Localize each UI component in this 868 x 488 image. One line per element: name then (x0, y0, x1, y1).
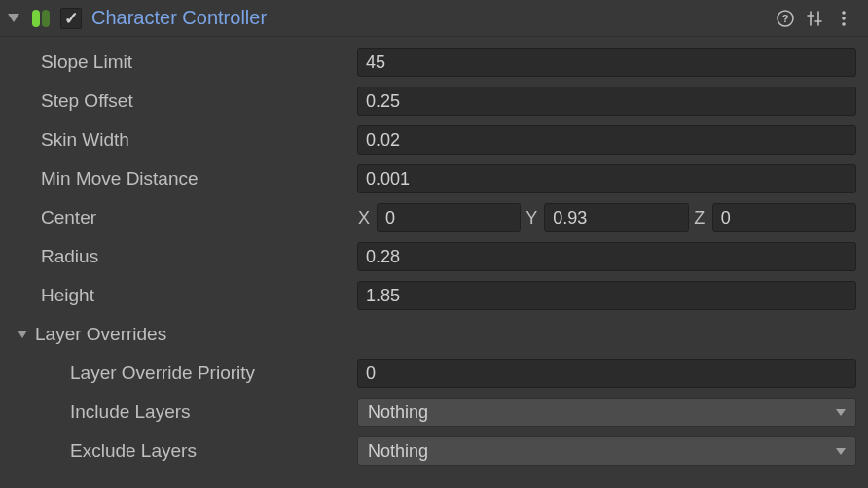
character-controller-icon (29, 7, 53, 30)
center-z-label: Z (693, 208, 706, 228)
center-x-input[interactable]: 0 (377, 203, 521, 232)
layer-overrides-foldout[interactable]: Layer Overrides (0, 315, 856, 354)
step-offset-row: Step Offset 0.25 (0, 82, 856, 121)
layer-override-priority-label: Layer Override Priority (70, 363, 357, 384)
exclude-layers-dropdown[interactable]: Nothing (357, 436, 856, 466)
exclude-layers-value: Nothing (368, 441, 428, 462)
component-header: Character Controller ? (0, 0, 868, 37)
center-x-label: X (357, 208, 371, 228)
height-label: Height (41, 285, 357, 306)
include-layers-label: Include Layers (70, 401, 357, 423)
layer-overrides-label: Layer Overrides (35, 324, 166, 345)
center-label: Center (41, 207, 357, 228)
layer-override-priority-input[interactable]: 0 (357, 359, 856, 388)
center-y-input[interactable]: 0.93 (544, 203, 688, 232)
foldout-arrow-icon (18, 331, 27, 338)
svg-point-10 (842, 22, 846, 26)
skin-width-row: Skin Width 0.02 (0, 121, 856, 159)
exclude-layers-row: Exclude Layers Nothing (0, 432, 856, 471)
chevron-down-icon (836, 409, 846, 416)
min-move-distance-row: Min Move Distance 0.001 (0, 159, 856, 198)
min-move-distance-label: Min Move Distance (41, 168, 357, 190)
svg-rect-0 (32, 10, 40, 27)
component-foldout-icon[interactable] (8, 14, 19, 22)
svg-rect-1 (42, 10, 50, 27)
slope-limit-label: Slope Limit (41, 52, 357, 73)
slope-limit-row: Slope Limit 45 (0, 43, 856, 82)
component-title: Character Controller (91, 7, 769, 29)
center-y-label: Y (524, 208, 538, 228)
svg-point-9 (842, 17, 846, 20)
component-fields: Slope Limit 45 Step Offset 0.25 Skin Wid… (0, 37, 868, 476)
chevron-down-icon (836, 448, 846, 455)
radius-row: Radius 0.28 (0, 237, 856, 276)
radius-input[interactable]: 0.28 (357, 242, 856, 271)
step-offset-label: Step Offset (41, 90, 357, 112)
slope-limit-input[interactable]: 45 (357, 48, 856, 77)
context-menu-icon[interactable] (831, 6, 856, 31)
radius-label: Radius (41, 246, 357, 267)
center-row: Center X 0 Y 0.93 Z 0 (0, 198, 856, 237)
exclude-layers-label: Exclude Layers (70, 440, 357, 462)
include-layers-dropdown[interactable]: Nothing (357, 398, 856, 427)
min-move-distance-input[interactable]: 0.001 (357, 164, 856, 193)
center-z-input[interactable]: 0 (712, 203, 856, 232)
presets-icon[interactable] (802, 6, 827, 31)
skin-width-label: Skin Width (41, 129, 357, 151)
include-layers-value: Nothing (368, 402, 428, 423)
svg-text:?: ? (782, 13, 789, 24)
layer-override-priority-row: Layer Override Priority 0 (0, 354, 856, 393)
help-icon[interactable]: ? (773, 6, 798, 31)
include-layers-row: Include Layers Nothing (0, 393, 856, 432)
height-input[interactable]: 1.85 (357, 281, 856, 310)
height-row: Height 1.85 (0, 276, 856, 315)
component-enable-checkbox[interactable] (60, 8, 82, 29)
step-offset-input[interactable]: 0.25 (357, 87, 856, 116)
svg-point-8 (842, 11, 846, 15)
skin-width-input[interactable]: 0.02 (357, 125, 856, 155)
